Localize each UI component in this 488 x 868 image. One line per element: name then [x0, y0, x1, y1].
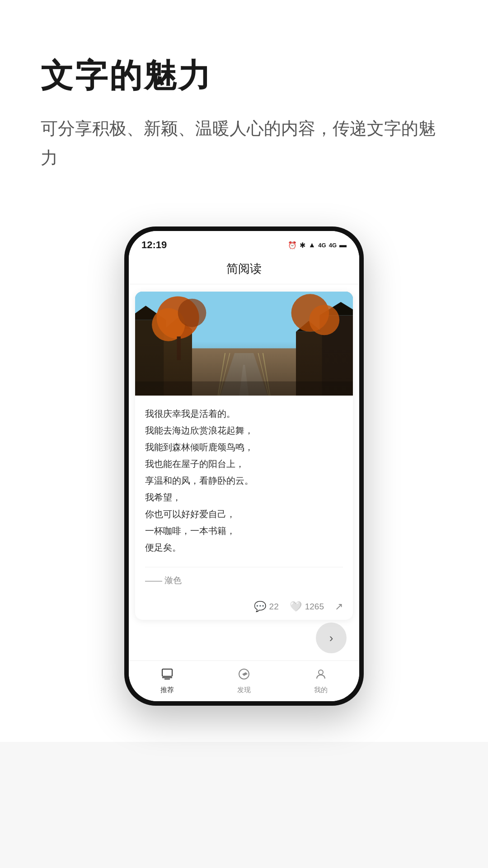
svg-marker-17 — [239, 365, 249, 396]
recommend-icon — [161, 668, 174, 684]
article-content: 我很庆幸我是活着的。 我能去海边欣赏浪花起舞， 我能到森林倾听鹿颂鸟鸣， 我也能… — [135, 396, 353, 596]
svg-point-28 — [319, 670, 323, 675]
status-icons: ⏰ ✱ ▲ 4G 4G ▬ — [288, 241, 347, 250]
article-text: 我很庆幸我是活着的。 我能去海边欣赏浪花起舞， 我能到森林倾听鹿颂鸟鸣， 我也能… — [145, 406, 343, 556]
svg-line-20 — [263, 353, 270, 396]
recommend-label: 推荐 — [160, 686, 174, 694]
svg-point-12 — [178, 299, 206, 327]
phone-frame: 12:19 ⏰ ✱ ▲ 4G 4G ▬ 简阅读 — [124, 226, 364, 706]
scene-svg — [135, 292, 353, 396]
like-icon: 🤍 — [290, 601, 302, 613]
app-title: 简阅读 — [226, 262, 262, 275]
article-author: —— 潋色 — [145, 567, 343, 590]
app-header: 简阅读 — [129, 255, 359, 284]
like-count: 1265 — [305, 602, 324, 612]
svg-rect-7 — [296, 332, 322, 396]
network-4g-icon: 4G — [318, 242, 326, 249]
comment-count: 22 — [269, 602, 279, 612]
discover-label: 发现 — [237, 686, 251, 694]
svg-point-14 — [309, 305, 339, 335]
hero-title: 文字的魅力 — [41, 54, 447, 98]
share-icon[interactable]: ↗ — [335, 601, 343, 613]
comment-icon: 💬 — [254, 601, 266, 613]
phone-section: 12:19 ⏰ ✱ ▲ 4G 4G ▬ 简阅读 — [0, 199, 488, 742]
page-container: 文字的魅力 可分享积极、新颖、温暖人心的内容，传递文字的魅力 12:19 ⏰ ✱… — [0, 0, 488, 868]
network-4g2-icon: 4G — [329, 242, 337, 249]
next-btn-area: › — [129, 623, 359, 653]
alarm-icon: ⏰ — [288, 241, 297, 250]
card-footer: 💬 22 🤍 1265 ↗ — [135, 596, 353, 620]
mine-label: 我的 — [314, 686, 328, 694]
nav-item-mine[interactable]: 我的 — [282, 668, 359, 694]
battery-icon: ▬ — [339, 241, 347, 249]
mine-icon — [314, 668, 327, 684]
svg-rect-1 — [135, 349, 353, 396]
svg-rect-15 — [177, 337, 181, 360]
nav-item-recommend[interactable]: 推荐 — [129, 668, 206, 694]
discover-icon — [238, 668, 250, 684]
bluetooth-icon: ✱ — [300, 241, 305, 250]
wifi-icon: ▲ — [308, 241, 315, 249]
like-stat: 🤍 1265 — [290, 601, 324, 613]
status-bar: 12:19 ⏰ ✱ ▲ 4G 4G ▬ — [129, 231, 359, 255]
status-time: 12:19 — [141, 239, 167, 251]
comment-stat: 💬 22 — [254, 601, 279, 613]
road-center — [217, 382, 271, 396]
svg-rect-22 — [135, 382, 353, 396]
svg-line-21 — [258, 353, 268, 396]
nav-item-discover[interactable]: 发现 — [206, 668, 282, 694]
hero-section: 文字的魅力 可分享积极、新颖、温暖人心的内容，传递文字的魅力 — [0, 0, 488, 199]
share-stat[interactable]: ↗ — [335, 601, 343, 613]
next-button[interactable]: › — [316, 623, 347, 653]
article-card[interactable]: 我很庆幸我是活着的。 我能去海边欣赏浪花起舞， 我能到森林倾听鹿颂鸟鸣， 我也能… — [135, 292, 353, 620]
bottom-nav: 推荐 发现 — [129, 660, 359, 701]
phone-screen: 12:19 ⏰ ✱ ▲ 4G 4G ▬ 简阅读 — [129, 231, 359, 701]
svg-marker-16 — [221, 353, 268, 396]
svg-line-18 — [218, 353, 225, 396]
article-image — [135, 292, 353, 396]
svg-rect-23 — [162, 669, 172, 676]
svg-line-19 — [220, 353, 230, 396]
svg-marker-27 — [242, 672, 248, 676]
hero-subtitle: 可分享积极、新颖、温暖人心的内容，传递文字的魅力 — [41, 114, 447, 172]
